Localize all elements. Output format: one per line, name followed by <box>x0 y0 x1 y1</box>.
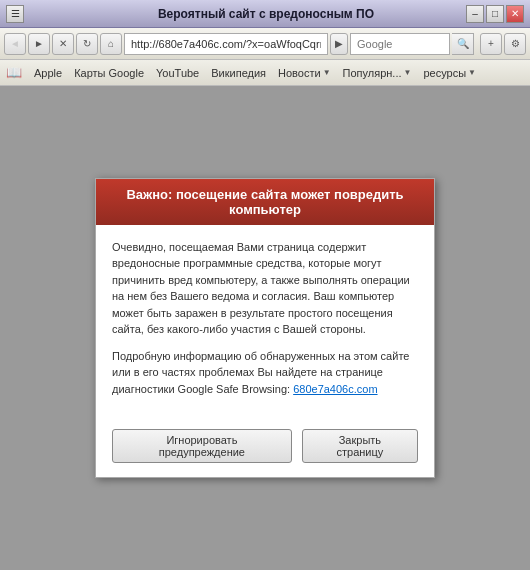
forward-icon: ► <box>34 38 44 49</box>
feed-button[interactable]: ▶ <box>330 33 348 55</box>
bookmark-news[interactable]: Новости ▼ <box>278 67 331 79</box>
bookmark-youtube[interactable]: YouTube <box>156 67 199 79</box>
bookmark-popular[interactable]: Популярн... ▼ <box>343 67 412 79</box>
search-submit-button[interactable]: 🔍 <box>452 33 474 55</box>
search-input[interactable] <box>350 33 450 55</box>
chevron-down-icon: ▼ <box>323 68 331 77</box>
minimize-button[interactable]: – <box>466 5 484 23</box>
warning-header: Важно: посещение сайта может повредить к… <box>96 179 434 225</box>
warning-link[interactable]: 680e7a406c.com <box>293 383 377 395</box>
bookmarks-icon: 📖 <box>6 65 22 80</box>
warning-info-text: Подробную информацию об обнаруженных на … <box>112 348 418 398</box>
bookmark-apple[interactable]: Apple <box>34 67 62 79</box>
navigation-bar: ◄ ► ✕ ↻ ⌂ ▶ 🔍 + ⚙ <box>0 28 530 60</box>
chevron-down-icon: ▼ <box>404 68 412 77</box>
home-button[interactable]: ⌂ <box>100 33 122 55</box>
warning-main-text: Очевидно, посещаемая Вами страница содер… <box>112 239 418 338</box>
warning-buttons: Игнорировать предупреждение Закрыть стра… <box>96 421 434 477</box>
window-controls: – □ ✕ <box>466 5 524 23</box>
close-button[interactable]: ✕ <box>506 5 524 23</box>
search-icon: 🔍 <box>457 38 469 49</box>
page-content: Важно: посещение сайта может повредить к… <box>0 86 530 570</box>
add-tab-button[interactable]: + <box>480 33 502 55</box>
window-title: Вероятный сайт с вредоносным ПО <box>66 7 466 21</box>
address-input[interactable] <box>124 33 328 55</box>
maximize-button[interactable]: □ <box>486 5 504 23</box>
ignore-warning-button[interactable]: Игнорировать предупреждение <box>112 429 292 463</box>
feed-icon: ▶ <box>335 38 343 49</box>
bookmarks-bar: 📖 Apple Карты Google YouTube Википедия Н… <box>0 60 530 86</box>
bookmark-wikipedia[interactable]: Википедия <box>211 67 266 79</box>
warning-dialog: Важно: посещение сайта может повредить к… <box>95 178 435 479</box>
home-icon: ⌂ <box>108 38 114 49</box>
tools-button[interactable]: ⚙ <box>504 33 526 55</box>
refresh-icon: ↻ <box>83 38 91 49</box>
stop-icon: ✕ <box>59 38 67 49</box>
add-tab-icon: + <box>488 38 494 49</box>
sidebar-icon-button[interactable]: ☰ <box>6 5 24 23</box>
close-page-button[interactable]: Закрыть страницу <box>302 429 418 463</box>
warning-body: Очевидно, посещаемая Вами страница содер… <box>96 225 434 422</box>
back-button[interactable]: ◄ <box>4 33 26 55</box>
bookmark-resources[interactable]: ресурсы ▼ <box>423 67 476 79</box>
bookmark-google-maps[interactable]: Карты Google <box>74 67 144 79</box>
title-bar: ☰ Вероятный сайт с вредоносным ПО – □ ✕ <box>0 0 530 28</box>
stop-button[interactable]: ✕ <box>52 33 74 55</box>
chevron-down-icon: ▼ <box>468 68 476 77</box>
back-icon: ◄ <box>10 38 20 49</box>
refresh-button[interactable]: ↻ <box>76 33 98 55</box>
forward-button[interactable]: ► <box>28 33 50 55</box>
tools-icon: ⚙ <box>511 38 520 49</box>
warning-title: Важно: посещение сайта может повредить к… <box>126 187 403 217</box>
